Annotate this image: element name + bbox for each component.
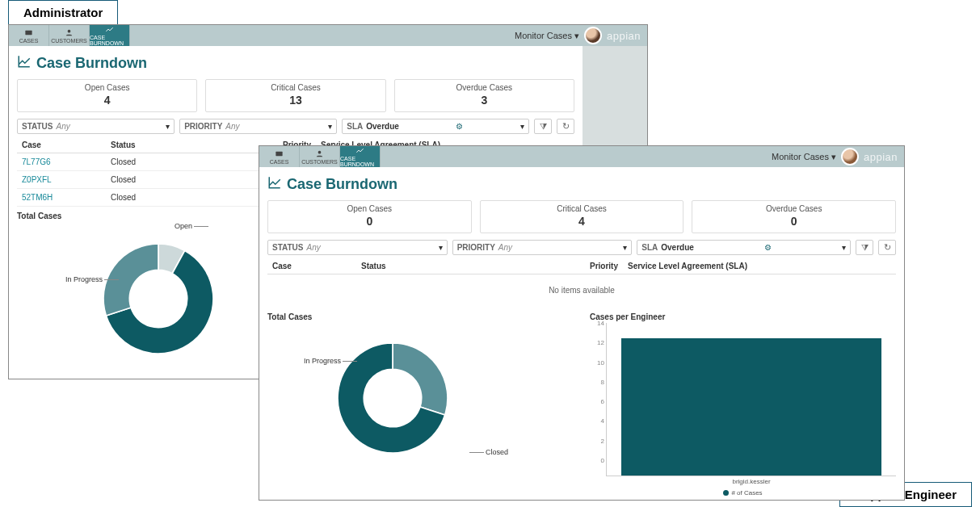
user-icon [315,149,324,159]
chevron-down-icon: ▾ [623,243,627,252]
stat-overdue-cases: Overdue Cases 3 [394,79,574,112]
case-link[interactable]: 7L77G6 [17,153,106,171]
id-card-icon [24,28,33,38]
stat-open-cases: Open Cases 4 [17,79,197,112]
filter-label: STATUS [22,122,53,131]
stat-label: Critical Cases [481,204,683,213]
monitor-cases-dropdown[interactable]: Monitor Cases ▾ [772,152,836,162]
stat-label: Open Cases [268,204,471,213]
user-avatar[interactable] [584,27,602,44]
filter-label: PRIORITY [184,122,222,131]
y-tick: 12 [597,339,604,346]
svg-rect-0 [25,30,32,35]
y-tick: 4 [601,417,604,425]
donut-chart-eng: In Progress Closed [267,323,574,476]
filter-label: SLA [641,243,658,252]
filter-value: Any [498,243,512,252]
monitor-label: Monitor Cases [772,152,829,161]
y-tick: 8 [601,378,604,385]
filter-value: Any [307,243,321,252]
refresh-icon: ↻ [884,242,891,253]
filter-sla[interactable]: SLA Overdue ⚙▾ [342,119,529,134]
funnel-icon: ⧩ [861,242,869,253]
nav-tab-customers[interactable]: CUSTOMERS [300,146,340,167]
stat-label: Overdue Cases [395,83,574,92]
nav-bar: CASES CUSTOMERS CASE BURNDOWN Monitor Ca… [9,25,647,46]
page-title-text: Case Burndown [36,55,147,72]
refresh-button[interactable]: ↻ [878,240,896,255]
stat-label: Critical Cases [206,83,385,92]
stat-critical-cases: Critical Cases 4 [480,200,684,233]
nav-tab-cases[interactable]: CASES [259,146,300,167]
case-link[interactable]: 52TM6H [17,189,106,207]
filter-status[interactable]: STATUS Any ▾ [17,119,175,134]
filter-button[interactable]: ⧩ [534,119,552,134]
y-tick: 6 [601,398,604,405]
gear-icon: ⚙ [764,243,772,252]
role-badge-admin: Administrator [8,0,118,25]
case-link[interactable]: Z0PXFL [17,171,106,189]
chevron-down-icon: ▾ [574,31,579,41]
monitor-label: Monitor Cases [515,31,572,40]
segment-label-inprogress: In Progress [65,275,103,283]
stat-value: 13 [206,94,385,107]
filter-label: PRIORITY [457,243,495,252]
chart-line-icon [355,146,364,156]
col-status[interactable]: Status [106,137,267,153]
filter-button[interactable]: ⧩ [856,240,873,255]
filter-value: Any [57,122,70,131]
filter-value: Overdue [366,122,399,131]
page-title-text: Case Burndown [287,176,397,193]
brand-logo: appian [607,30,641,42]
col-case[interactable]: Case [17,137,106,153]
nav-label: CUSTOMERS [51,38,87,44]
nav-tab-burndown[interactable]: CASE BURNDOWN [340,146,381,167]
col-priority[interactable]: Priority [574,258,623,274]
bar-chart-engineer: 02468101214brigid.kessler [606,323,896,476]
stat-value: 0 [268,215,471,228]
filter-sla[interactable]: SLA Overdue ⚙▾ [637,240,851,255]
filter-label: STATUS [272,243,304,252]
svg-rect-2 [275,151,282,156]
chevron-down-icon: ▾ [166,122,170,131]
y-tick: 2 [601,437,604,444]
nav-label: CASES [270,159,289,165]
brand-logo: appian [864,151,898,163]
nav-label: CASES [19,38,39,44]
monitor-cases-dropdown[interactable]: Monitor Cases ▾ [515,31,579,41]
no-items-message: No items available [267,274,896,306]
chevron-down-icon: ▾ [520,122,524,131]
y-tick: 10 [597,358,604,366]
chart-title-total: Total Cases [267,312,574,321]
col-status[interactable]: Status [356,258,574,274]
y-tick: 0 [601,457,604,464]
nav-tab-cases[interactable]: CASES [9,25,49,46]
filter-value: Overdue [661,243,694,252]
col-sla[interactable]: Service Level Agreement (SLA) [623,258,896,274]
gear-icon: ⚙ [456,122,463,131]
chevron-down-icon: ▾ [831,152,836,162]
stat-value: 4 [481,215,683,228]
stat-value: 4 [18,94,196,107]
filter-priority[interactable]: PRIORITY Any ▾ [452,240,633,255]
filter-value: Any [225,122,239,131]
chart-line-icon [105,25,114,35]
col-case[interactable]: Case [267,258,356,274]
bar [621,338,881,476]
nav-tab-burndown[interactable]: CASE BURNDOWN [90,25,130,46]
nav-label: CASE BURNDOWN [90,35,129,46]
user-avatar[interactable] [841,148,859,166]
refresh-icon: ↻ [562,121,570,132]
cell-status: Closed [106,153,267,171]
filter-priority[interactable]: PRIORITY Any ▾ [179,119,337,134]
segment-label-closed: Closed [486,448,508,456]
chart-line-icon [17,54,32,73]
stat-open-cases: Open Cases 0 [267,200,472,233]
chevron-down-icon: ▾ [328,122,332,131]
legend-dot-icon [723,490,729,496]
filter-status[interactable]: STATUS Any ▾ [267,240,448,255]
stat-label: Overdue Cases [692,204,895,213]
nav-label: CASE BURNDOWN [340,156,380,167]
nav-tab-customers[interactable]: CUSTOMERS [49,25,90,46]
refresh-button[interactable]: ↻ [557,119,574,134]
